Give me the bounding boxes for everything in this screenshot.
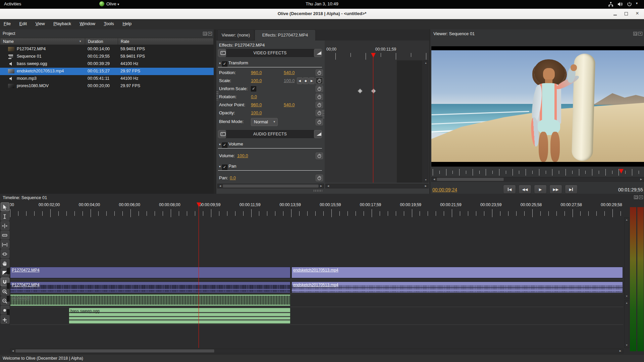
track-handle[interactable]: [7, 283, 10, 289]
next-keyframe-icon[interactable]: ▶: [309, 77, 315, 84]
close-panel-icon[interactable]: ×: [639, 195, 643, 199]
fast-forward-button[interactable]: ▶▶: [549, 185, 562, 194]
viewer-scrollbar[interactable]: ◀ ▶: [431, 177, 644, 182]
menu-playback[interactable]: Playback: [50, 19, 75, 26]
scroll-up-icon[interactable]: ▲: [625, 301, 629, 305]
hand-tool-button[interactable]: [1, 259, 9, 267]
float-panel-icon[interactable]: [633, 32, 637, 36]
keyframe-area[interactable]: 00;00 00:00:11;59 ▲ ▼: [325, 41, 429, 183]
video-tracks-scrollbar[interactable]: ▲ ▼: [624, 217, 629, 299]
column-rate[interactable]: Rate: [121, 39, 129, 44]
skip-to-end-button[interactable]: ▶: [565, 185, 578, 194]
close-panel-icon[interactable]: ×: [208, 32, 212, 36]
scrollbar-thumb[interactable]: [15, 349, 214, 353]
menu-help[interactable]: Help: [119, 19, 135, 26]
menu-edit[interactable]: Edit: [16, 19, 31, 26]
collapse-arrow-icon[interactable]: ▾: [219, 61, 221, 65]
transform-effect-header[interactable]: ▾ ✓ Transform: [219, 60, 248, 67]
column-duration[interactable]: Duration: [88, 39, 103, 44]
razor-tool-button[interactable]: [1, 231, 9, 239]
scrollbar-thumb[interactable]: [223, 184, 319, 188]
collapse-effects-icon[interactable]: [218, 49, 226, 57]
media-row-sequence01[interactable]: Sequence 01 00:01:29;55 59.9401 FPS: [0, 53, 214, 60]
media-row-bass-sweep[interactable]: bass sweep.ogg 00:00:39:29 44100 Hz: [0, 60, 214, 68]
scroll-down-icon[interactable]: ▼: [424, 178, 428, 182]
viewer-playhead-marker[interactable]: [619, 169, 624, 174]
clip-audio-p1270472[interactable]: P1270472.MP4: [10, 282, 290, 293]
scroll-left-icon[interactable]: ◀: [326, 184, 330, 188]
tab-effects-p1270472[interactable]: Effects: P1270472.MP4: [255, 29, 316, 41]
splitter-grip[interactable]: [322, 110, 324, 119]
app-menu[interactable]: Olive ▾: [99, 1, 119, 6]
volume-effect-header[interactable]: ▾ ✓ Volume: [219, 141, 243, 148]
scroll-right-icon[interactable]: ▶: [319, 184, 323, 188]
scroll-down-icon[interactable]: ▼: [625, 343, 629, 347]
pointer-tool-button[interactable]: [1, 202, 9, 211]
uniform-scale-checkbox[interactable]: ✓: [251, 86, 256, 92]
keyframe-vertical-scrollbar[interactable]: ▲ ▼: [423, 60, 428, 183]
pan-keyframe-toggle[interactable]: [316, 175, 323, 181]
volume-icon[interactable]: [618, 2, 623, 7]
media-row-prores1080[interactable]: prores1080.MOV 00:00:20;00 29.97 FPS: [0, 82, 214, 90]
activities-button[interactable]: Activities: [4, 1, 21, 6]
scale-x-value[interactable]: 100.0: [251, 78, 262, 83]
keyframe-diamond[interactable]: [371, 88, 376, 94]
scroll-right-icon[interactable]: ▶: [639, 177, 643, 181]
power-icon[interactable]: [627, 2, 632, 7]
menu-tools[interactable]: Tools: [100, 19, 117, 26]
float-panel-icon[interactable]: [203, 32, 207, 36]
collapse-arrow-icon[interactable]: ▾: [219, 142, 221, 146]
slide-tool-button[interactable]: [1, 249, 9, 258]
scroll-left-icon[interactable]: ◀: [432, 177, 436, 181]
pan-enabled-checkbox[interactable]: ✓: [222, 165, 227, 170]
scroll-up-icon[interactable]: ▲: [625, 218, 629, 222]
volume-enabled-checkbox[interactable]: ✓: [222, 142, 227, 148]
viewer-current-timecode[interactable]: 00:00:09;24: [432, 187, 457, 192]
skip-to-start-button[interactable]: ◀: [503, 185, 516, 194]
keyframe-playhead-marker[interactable]: [371, 53, 376, 58]
volume-keyframe-toggle[interactable]: [316, 153, 323, 159]
position-y-value[interactable]: 540.0: [284, 70, 295, 75]
video-preview[interactable]: [431, 46, 644, 167]
scroll-down-icon[interactable]: ▼: [625, 294, 629, 298]
tab-viewer-none[interactable]: Viewer: (none): [217, 29, 254, 41]
collapse-audio-effects-icon[interactable]: [218, 130, 226, 138]
close-panel-icon[interactable]: ×: [638, 32, 642, 36]
column-name[interactable]: Name: [3, 39, 14, 44]
scale-keyframe-toggle[interactable]: [316, 77, 323, 84]
anchor-y-value[interactable]: 540.0: [284, 102, 295, 107]
track-handle[interactable]: [7, 296, 10, 302]
blend-mode-dropdown[interactable]: Normal ▾: [251, 118, 278, 126]
window-title-bar[interactable]: Olive (December 2018 | Alpha) - <untitle…: [0, 9, 644, 19]
splitter-grip[interactable]: [216, 92, 218, 100]
scroll-left-icon[interactable]: ◀: [11, 349, 15, 353]
add-audio-effect-icon[interactable]: [314, 130, 322, 138]
volume-value[interactable]: 100.0: [237, 153, 248, 158]
clip-audio-moon[interactable]: moon.mp3: [10, 294, 290, 306]
scroll-left-icon[interactable]: ◀: [218, 184, 222, 188]
position-x-value[interactable]: 960.0: [251, 70, 262, 75]
media-row-endsketch[interactable]: endsketch20170513.mp4 00:01:15;27 29.97 …: [0, 68, 214, 75]
network-icon[interactable]: [608, 2, 613, 7]
maximize-button[interactable]: [623, 11, 629, 17]
column-divider[interactable]: [85, 38, 85, 45]
timeline-ruler[interactable]: 00;0000:00:02;0000:00:04;0000:00:06;0000…: [10, 202, 623, 217]
clip-audio-bass-sweep[interactable]: bass sweep.ogg: [69, 308, 290, 324]
anchor-x-value[interactable]: 960.0: [251, 102, 262, 107]
opacity-value[interactable]: 100.0: [251, 110, 262, 115]
media-row-moon[interactable]: moon.mp3 00:05:41:11 44100 Hz: [0, 75, 214, 82]
edit-tool-button[interactable]: [1, 212, 9, 221]
track-handle[interactable]: [7, 268, 10, 274]
keyframe-horizontal-scrollbar[interactable]: ◀ ▶: [325, 184, 429, 188]
slip-tool-button[interactable]: [1, 240, 9, 249]
menu-view[interactable]: View: [32, 19, 49, 26]
track-handle[interactable]: [7, 309, 10, 315]
scroll-right-icon[interactable]: ▶: [424, 184, 428, 188]
pan-effect-header[interactable]: ▾ ✓ Pan: [219, 164, 236, 170]
timeline-playhead-marker[interactable]: [197, 202, 201, 207]
opacity-keyframe-toggle[interactable]: [316, 110, 323, 116]
splitter-grip[interactable]: [314, 190, 322, 192]
toggle-keyframe-icon[interactable]: ◆: [303, 77, 309, 84]
rewind-button[interactable]: ◀◀: [519, 185, 531, 194]
menu-file[interactable]: File: [0, 19, 14, 26]
